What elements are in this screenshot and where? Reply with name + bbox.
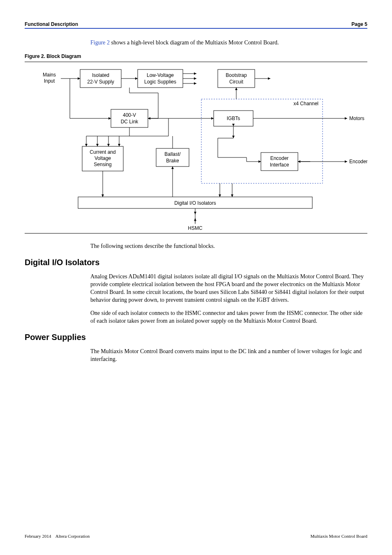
dclink-text1: 400-V	[123, 112, 136, 118]
ballast-text1: Ballast/	[164, 151, 181, 157]
low-voltage-text2: Logic Supplies	[144, 79, 176, 85]
header-right: Page 5	[351, 21, 367, 27]
page-footer: February 2014 Altera Corporation Multiax…	[25, 534, 367, 539]
block-diagram: Mains Input Isolated 22-V Supply Low-Vol…	[25, 62, 367, 234]
intro-text: shows a high-level block diagram of the …	[110, 39, 279, 46]
input-label: Input	[44, 78, 55, 84]
section-digital-io-p2: One side of each isolator connects to th…	[90, 310, 367, 325]
figure-ref-link[interactable]: Figure 2	[90, 39, 110, 46]
section-digital-io-title: Digital I/O Isolators	[25, 258, 367, 267]
header-left: Functional Description	[25, 21, 78, 27]
section-power-p1: The Multiaxis Motor Control Board conver…	[90, 348, 367, 363]
bootstrap-text1: Bootstrap	[226, 72, 247, 78]
encoder-text2: Interface	[270, 162, 289, 168]
isolated-supply-text1: Isolated	[92, 72, 109, 78]
section-power-title: Power Supplies	[25, 333, 367, 342]
footer-right: Multiaxis Motor Control Board	[311, 534, 367, 539]
sensing-text2: Voltage	[95, 155, 111, 161]
after-figure-text: The following sections describe the func…	[90, 243, 367, 250]
channel-label: x4 Channel	[293, 101, 318, 106]
footer-left: February 2014 Altera Corporation	[25, 534, 90, 539]
section-digital-io-p1: Analog Devices ADuM1401 digital isolator…	[90, 273, 367, 304]
figure-caption: Figure 2. Block Diagram	[25, 53, 367, 59]
encoders-label: Encoders	[349, 159, 367, 164]
header-rule	[25, 28, 367, 29]
motors-label: Motors	[349, 116, 364, 121]
sensing-text3: Sensing	[94, 162, 111, 167]
low-voltage-text1: Low-Voltage	[147, 72, 174, 78]
isolators-text: Digital I/O Isolators	[174, 200, 216, 206]
mains-label: Mains	[43, 72, 56, 78]
igbt-text: IGBTs	[227, 116, 240, 121]
dclink-text2: DC Link	[121, 119, 139, 125]
bootstrap-text2: Circuit	[229, 79, 244, 85]
sensing-text1: Current and	[90, 149, 115, 155]
intro-paragraph: Figure 2 shows a high-level block diagra…	[90, 39, 367, 46]
ballast-text2: Brake	[166, 158, 179, 164]
isolated-supply-text2: 22-V Supply	[87, 79, 114, 85]
hsmc-label: HSMC	[188, 225, 203, 231]
encoder-text1: Encoder	[270, 155, 289, 161]
